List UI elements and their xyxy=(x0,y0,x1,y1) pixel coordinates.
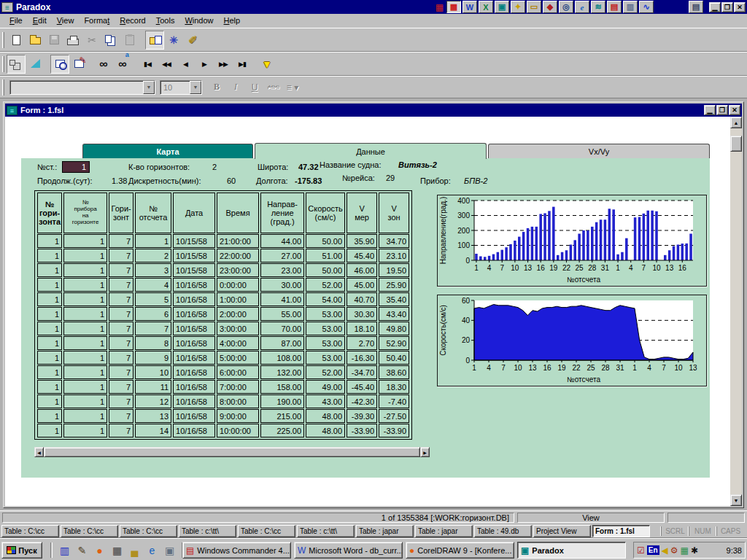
table-cell[interactable]: -33.90 xyxy=(379,424,409,438)
excel-shortcut-icon[interactable]: X xyxy=(479,1,493,13)
justify-button[interactable]: ≡ ▾ xyxy=(284,79,301,96)
table-cell[interactable]: 6:00:00 xyxy=(217,365,259,379)
filter-button[interactable] xyxy=(258,55,276,74)
table-cell[interactable]: 7 xyxy=(109,380,133,394)
table-cell[interactable]: 52.90 xyxy=(379,336,409,350)
table-cell[interactable]: 5:00:00 xyxy=(217,351,259,365)
display-shortcut-icon[interactable]: ▣ xyxy=(495,1,509,13)
table-cell[interactable]: 1 xyxy=(63,424,107,438)
table-cell[interactable]: -34.70 xyxy=(347,365,377,379)
paste-button[interactable] xyxy=(120,31,139,50)
table-cell[interactable]: 225.00 xyxy=(260,424,304,438)
table-cell[interactable]: 23.10 xyxy=(379,249,409,262)
balloon-icon[interactable]: ● xyxy=(92,542,107,558)
table-cell[interactable]: 7 xyxy=(109,336,133,350)
table-cell[interactable]: 1 xyxy=(63,263,107,277)
clock[interactable]: 9:38 xyxy=(727,546,742,555)
design-button[interactable] xyxy=(26,55,44,74)
table-cell[interactable]: 7 xyxy=(109,292,133,306)
data-model-button[interactable] xyxy=(7,55,26,74)
toolbar-grip[interactable] xyxy=(2,79,4,96)
task-disk[interactable]: ▤Windows Commander 4.... xyxy=(182,542,291,559)
scroll-right-icon[interactable]: ▶ xyxy=(420,447,430,457)
table-cell[interactable]: 48.00 xyxy=(306,409,345,423)
table-cell[interactable]: -7.40 xyxy=(379,394,409,408)
table-cell[interactable]: 1 xyxy=(37,380,62,394)
table-cell[interactable]: 51.00 xyxy=(306,249,345,262)
table-cell[interactable]: 34.70 xyxy=(379,234,409,248)
next-record-button[interactable] xyxy=(195,55,214,74)
window-button[interactable]: Table : japar xyxy=(356,525,414,537)
print-button[interactable] xyxy=(63,31,82,50)
last-record-button[interactable] xyxy=(233,55,252,74)
table-cell[interactable]: 158.00 xyxy=(260,380,304,394)
open-button[interactable] xyxy=(26,31,44,50)
table-cell[interactable]: 1 xyxy=(63,307,107,321)
table-cell[interactable]: 23.00 xyxy=(260,263,304,277)
table-cell[interactable]: 49.00 xyxy=(306,380,345,394)
table-row[interactable]: 1171410/16/5810:00:00225.0048.00-33.90-3… xyxy=(37,424,409,438)
edit-data-button[interactable] xyxy=(69,55,88,74)
table-cell[interactable]: 53.00 xyxy=(306,351,345,365)
measurements-table[interactable]: № гори- зонта№ прибора на горизонтеГори-… xyxy=(36,192,411,438)
menu-tools[interactable]: Tools xyxy=(151,15,180,26)
ie-icon[interactable]: e xyxy=(144,542,160,558)
key-shortcut-icon[interactable]: ✦ xyxy=(511,1,525,13)
word-shortcut-icon[interactable]: W xyxy=(462,1,477,13)
table-cell[interactable]: 25.90 xyxy=(379,278,409,292)
table-cell[interactable]: 8 xyxy=(135,336,171,350)
window-button[interactable]: Table : japar xyxy=(415,525,473,537)
table-cell[interactable]: 10/16/58 xyxy=(173,278,215,292)
menu-format[interactable]: Format xyxy=(79,15,115,26)
table-cell[interactable]: 52.00 xyxy=(306,278,345,292)
table-cell[interactable]: 8:00:00 xyxy=(217,394,259,408)
task-corel[interactable]: ●CorelDRAW 9 - [Konfere... xyxy=(406,542,514,559)
font-name-combo[interactable]: ▼ xyxy=(9,80,155,95)
table-cell[interactable]: 3:00:00 xyxy=(217,322,259,335)
language-indicator[interactable]: En xyxy=(647,545,659,555)
table-cell[interactable]: 1:00:00 xyxy=(217,292,259,306)
window-button[interactable]: Table : C:\cc xyxy=(238,525,295,537)
table-cell[interactable]: 4:00:00 xyxy=(217,336,259,350)
table-cell[interactable]: 45.40 xyxy=(347,249,377,262)
table-row[interactable]: 1171310/16/589:00:00215.0048.00-39.30-27… xyxy=(37,409,409,423)
menu-edit[interactable]: Edit xyxy=(28,15,52,26)
table-cell[interactable]: 1 xyxy=(63,292,107,306)
table-cell[interactable]: 9 xyxy=(135,351,171,365)
table-cell[interactable]: 7 xyxy=(109,424,133,438)
table-cell[interactable]: 1 xyxy=(135,234,171,248)
table-cell[interactable]: 50.00 xyxy=(306,263,345,277)
table-cell[interactable]: 30.30 xyxy=(347,307,377,321)
table-cell[interactable]: 1 xyxy=(37,394,62,408)
table-cell[interactable]: 38.60 xyxy=(379,365,409,379)
table-row[interactable]: 117310/15/5823:00:0023.0050.0046.0019.50 xyxy=(37,263,409,277)
table-cell[interactable]: 18.10 xyxy=(347,322,377,335)
table-cell[interactable]: 1 xyxy=(63,234,107,248)
table-cell[interactable]: 215.00 xyxy=(260,409,304,423)
table-cell[interactable]: 0:00:00 xyxy=(217,278,259,292)
table-cell[interactable]: -45.40 xyxy=(347,380,377,394)
table-cell[interactable]: 1 xyxy=(63,351,107,365)
table-cell[interactable]: 10/16/58 xyxy=(173,351,215,365)
table-cell[interactable]: 7 xyxy=(109,394,133,408)
bank-icon[interactable]: ▄ xyxy=(127,542,142,558)
table-cell[interactable]: 132.00 xyxy=(260,365,304,379)
table-cell[interactable]: 49.80 xyxy=(379,322,409,335)
disk-shortcut-icon[interactable]: ▤ xyxy=(607,1,622,13)
window-button[interactable]: Table : c:\tt\ xyxy=(179,525,236,537)
notes-icon[interactable]: ✎ xyxy=(74,542,90,558)
save-button[interactable] xyxy=(44,31,63,50)
table-row[interactable]: 117210/15/5822:00:0027.0051.0045.4023.10 xyxy=(37,249,409,262)
table-cell[interactable]: 2 xyxy=(135,249,171,262)
form-titlebar[interactable]: ≡ Form : 1.fsl ▁ ❐ ✕ xyxy=(5,104,742,117)
table-row[interactable]: 1171110/16/587:00:00158.0049.00-45.4018.… xyxy=(37,380,409,394)
toolbar-grip[interactable] xyxy=(2,32,4,48)
close-button[interactable]: ✕ xyxy=(734,2,746,12)
table-row[interactable]: 117610/16/582:00:0055.0053.0030.3043.40 xyxy=(37,307,409,321)
map-shortcut-icon[interactable]: ≋ xyxy=(591,1,605,13)
calculator-icon[interactable]: ▦ xyxy=(109,542,125,558)
menu-record[interactable]: Record xyxy=(115,15,150,26)
table-cell[interactable]: 40.70 xyxy=(347,292,377,306)
window-button[interactable]: Form : 1.fsl xyxy=(592,525,650,537)
new-document-button[interactable] xyxy=(7,31,26,50)
